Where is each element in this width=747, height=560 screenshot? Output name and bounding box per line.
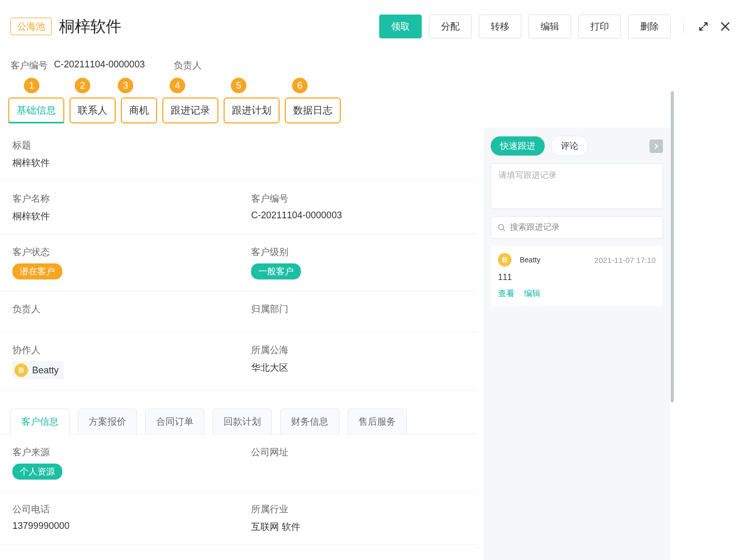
quick-follow-pill[interactable]: 快速跟进 xyxy=(491,136,545,156)
field-dept-label: 归属部门 xyxy=(251,303,465,315)
side-panel: 快速跟进 评论 请填写跟进记录 搜索跟进记录 B Beatty 2021-11-… xyxy=(483,128,670,560)
callout-6: 6 xyxy=(292,78,308,93)
field-title-value: 桐梓软件 xyxy=(12,157,465,169)
customer-no-value: C-20211104-0000003 xyxy=(54,59,145,72)
subtab-customer-info[interactable]: 客户信息 xyxy=(10,409,70,434)
callout-5: 5 xyxy=(231,78,246,93)
tab-followup-records[interactable]: 跟进记录 xyxy=(162,97,218,123)
field-phone-value: 13799990000 xyxy=(12,521,226,531)
record-view-link[interactable]: 查看 xyxy=(498,288,515,299)
field-no-label: 客户编号 xyxy=(251,192,465,205)
edit-button[interactable]: 编辑 xyxy=(529,15,571,38)
page-title: 桐梓软件 xyxy=(59,16,121,37)
comment-pill[interactable]: 评论 xyxy=(551,136,588,156)
record-time: 2021-11-07 17:10 xyxy=(594,256,656,264)
collapse-panel-icon[interactable] xyxy=(649,139,663,153)
search-icon xyxy=(497,223,506,232)
field-level-label: 客户级别 xyxy=(251,246,465,258)
expand-icon[interactable] xyxy=(696,19,711,34)
tab-data-log[interactable]: 数据日志 xyxy=(285,97,341,123)
info-bar: 客户编号 C-20211104-0000003 负责人 xyxy=(0,49,747,78)
field-name-value: 桐梓软件 xyxy=(12,210,226,222)
avatar: B xyxy=(498,253,511,267)
level-chip: 一般客户 xyxy=(251,263,301,279)
record-edit-link[interactable]: 编辑 xyxy=(524,288,541,299)
callout-2: 2 xyxy=(75,78,90,93)
subtab-finance[interactable]: 财务信息 xyxy=(280,409,339,434)
collaborator-pill[interactable]: B Beatty xyxy=(12,361,64,379)
delete-button[interactable]: 删除 xyxy=(628,15,671,38)
field-industry-label: 所属行业 xyxy=(251,503,465,515)
callout-4: 4 xyxy=(170,78,185,93)
field-pool-label: 所属公海 xyxy=(251,344,465,356)
field-no-value: C-20211104-0000003 xyxy=(251,210,465,221)
field-phone-label: 公司电话 xyxy=(12,503,226,515)
subtab-contract[interactable]: 合同订单 xyxy=(145,409,204,434)
subtabs: 客户信息 方案报价 合同订单 回款计划 财务信息 售后服务 xyxy=(0,401,477,435)
tab-basic-info[interactable]: 基础信息 xyxy=(8,97,64,123)
status-chip: 潜在客户 xyxy=(12,263,62,279)
search-placeholder: 搜索跟进记录 xyxy=(510,222,560,233)
field-status-label: 客户状态 xyxy=(12,246,226,258)
divider xyxy=(683,19,684,34)
field-collab-label: 协作人 xyxy=(12,344,226,356)
field-pool-value: 华北大区 xyxy=(251,361,465,374)
callout-row: 1 2 3 4 5 6 xyxy=(8,78,308,93)
main-content: 标题 桐梓软件 客户名称 桐梓软件 客户编号 C-20211104-000000… xyxy=(0,128,477,560)
scrollbar[interactable] xyxy=(671,91,674,402)
field-industry-value: 互联网 软件 xyxy=(251,521,465,533)
subtab-payment-plan[interactable]: 回款计划 xyxy=(213,409,272,434)
customer-no-label: 客户编号 xyxy=(10,59,48,72)
tab-contacts[interactable]: 联系人 xyxy=(70,97,116,123)
claim-button[interactable]: 领取 xyxy=(379,15,422,38)
field-title-label: 标题 xyxy=(12,139,465,151)
callout-1: 1 xyxy=(24,78,39,93)
subtab-quotation[interactable]: 方案报价 xyxy=(78,409,137,434)
pool-tag: 公海池 xyxy=(10,18,52,35)
close-icon[interactable] xyxy=(718,19,732,34)
page-header: 公海池 桐梓软件 领取 分配 转移 编辑 打印 删除 xyxy=(0,0,747,49)
field-source-label: 客户来源 xyxy=(12,446,226,458)
print-button[interactable]: 打印 xyxy=(578,15,621,38)
field-owner-label: 负责人 xyxy=(12,303,226,315)
search-followup-input[interactable]: 搜索跟进记录 xyxy=(491,216,663,239)
subtab-aftersales[interactable]: 售后服务 xyxy=(348,409,407,434)
transfer-button[interactable]: 转移 xyxy=(479,15,521,38)
record-body: 111 xyxy=(498,273,656,282)
callout-3: 3 xyxy=(118,78,133,93)
followup-record: B Beatty 2021-11-07 17:10 111 查看 编辑 xyxy=(491,246,663,306)
collaborator-name: Beatty xyxy=(32,365,59,376)
avatar: B xyxy=(15,363,28,377)
tab-opportunities[interactable]: 商机 xyxy=(121,97,157,123)
field-website-label: 公司网址 xyxy=(251,446,465,458)
assign-button[interactable]: 分配 xyxy=(429,15,472,38)
record-author: Beatty xyxy=(520,256,541,264)
owner-label: 负责人 xyxy=(174,59,202,72)
tab-followup-plans[interactable]: 跟进计划 xyxy=(224,97,280,123)
source-chip: 个人资源 xyxy=(12,464,62,480)
followup-input[interactable]: 请填写跟进记录 xyxy=(491,163,663,209)
field-name-label: 客户名称 xyxy=(12,192,226,205)
